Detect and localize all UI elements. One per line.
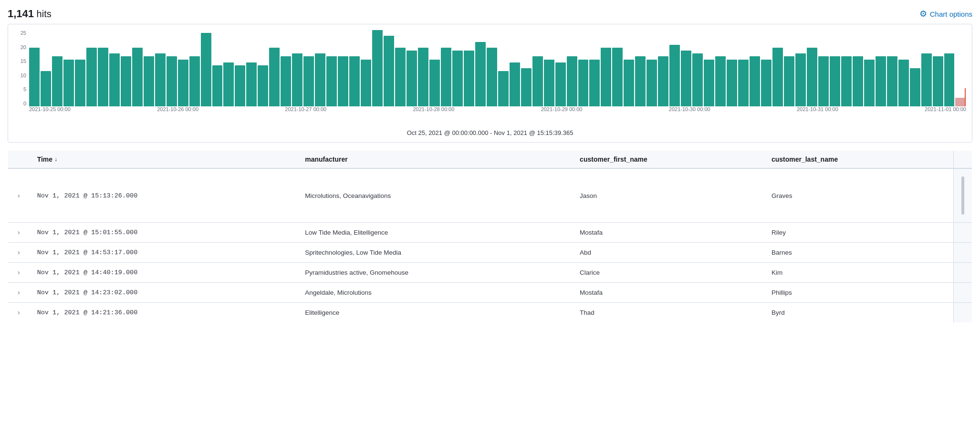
x-axis: 2021-10-25 00:00 2021-10-26 00:00 2021-1… bbox=[29, 106, 966, 112]
bar bbox=[29, 48, 40, 106]
bar bbox=[86, 48, 97, 106]
bar bbox=[715, 56, 726, 106]
table-body: ›Nov 1, 2021 @ 15:13:26.000Microlutions,… bbox=[8, 168, 972, 323]
expand-row-button[interactable]: › bbox=[16, 269, 22, 276]
bar bbox=[910, 68, 920, 106]
bar bbox=[201, 33, 211, 106]
cell-customer-first-name: Mostafa bbox=[572, 283, 764, 303]
bar bbox=[646, 60, 657, 106]
bar bbox=[235, 65, 245, 106]
expand-row-button[interactable]: › bbox=[16, 309, 22, 316]
bar bbox=[189, 56, 200, 106]
bar bbox=[75, 60, 85, 106]
bar bbox=[933, 56, 943, 106]
expand-row-button[interactable]: › bbox=[16, 289, 22, 296]
th-manufacturer: manufacturer bbox=[297, 151, 572, 169]
cell-customer-last-name: Byrd bbox=[764, 303, 954, 323]
cell-manufacturer: Low Tide Media, Elitelligence bbox=[297, 223, 572, 243]
bar bbox=[418, 48, 428, 106]
bar bbox=[830, 56, 840, 106]
bar bbox=[853, 56, 863, 106]
bar bbox=[692, 53, 703, 106]
bar bbox=[41, 71, 51, 106]
bar bbox=[612, 48, 623, 106]
cell-customer-last-name: Kim bbox=[764, 263, 954, 283]
cell-manufacturer: Elitelligence bbox=[297, 303, 572, 323]
bar bbox=[155, 53, 166, 106]
bar bbox=[841, 56, 852, 106]
bar bbox=[361, 60, 371, 106]
cell-time: Nov 1, 2021 @ 14:40:19.000 bbox=[30, 263, 298, 283]
cell-time: Nov 1, 2021 @ 15:13:26.000 bbox=[30, 168, 298, 223]
bar bbox=[772, 48, 783, 106]
cell-manufacturer: Microlutions, Oceanavigations bbox=[297, 168, 572, 223]
bar bbox=[498, 71, 509, 106]
bar bbox=[178, 60, 188, 106]
gear-icon: ⚙ bbox=[919, 9, 927, 19]
scrollbar-cell bbox=[954, 303, 972, 323]
main-container: 1,141 hits ⚙ Chart options 25 20 15 10 5… bbox=[0, 0, 980, 331]
chart-wrapper: 25 20 15 10 5 0 2021-10-25 00:00 2021-10… bbox=[14, 30, 966, 125]
bar bbox=[521, 68, 532, 106]
cell-customer-last-name: Barnes bbox=[764, 243, 954, 263]
bar bbox=[955, 98, 966, 106]
bar bbox=[898, 60, 909, 106]
bar bbox=[452, 51, 463, 106]
bar bbox=[807, 48, 817, 106]
bar bbox=[326, 56, 337, 106]
bar bbox=[944, 53, 955, 106]
scrollbar-thumb[interactable] bbox=[961, 176, 964, 215]
bar bbox=[624, 60, 634, 106]
bar bbox=[818, 56, 829, 106]
scrollbar-cell bbox=[954, 223, 972, 243]
bar bbox=[464, 51, 474, 106]
hits-number: 1,141 bbox=[8, 8, 34, 20]
bar bbox=[475, 42, 486, 106]
bar bbox=[349, 56, 360, 106]
bar bbox=[303, 56, 314, 106]
bar bbox=[121, 56, 131, 106]
hits-label: hits bbox=[34, 9, 52, 19]
bar bbox=[52, 56, 63, 106]
bar bbox=[144, 56, 154, 106]
cell-customer-first-name: Thad bbox=[572, 303, 764, 323]
bar bbox=[510, 62, 520, 106]
table-header-row: Time ↓ manufacturer customer_first_name … bbox=[8, 151, 972, 169]
table-row: ›Nov 1, 2021 @ 14:40:19.000Pyramidustrie… bbox=[8, 263, 972, 283]
bar bbox=[258, 65, 268, 106]
cell-manufacturer: Spritechnologies, Low Tide Media bbox=[297, 243, 572, 263]
bar bbox=[669, 45, 680, 106]
bar bbox=[246, 62, 257, 106]
bar bbox=[864, 60, 875, 106]
table-row: ›Nov 1, 2021 @ 14:21:36.000Elitelligence… bbox=[8, 303, 972, 323]
hits-count: 1,141 hits bbox=[8, 8, 52, 20]
data-table: Time ↓ manufacturer customer_first_name … bbox=[8, 150, 972, 323]
bar bbox=[761, 60, 771, 106]
bar bbox=[395, 48, 406, 106]
table-row: ›Nov 1, 2021 @ 15:01:55.000Low Tide Medi… bbox=[8, 223, 972, 243]
table-row: ›Nov 1, 2021 @ 14:53:17.000Spritechnolog… bbox=[8, 243, 972, 263]
bar bbox=[223, 62, 234, 106]
table-row: ›Nov 1, 2021 @ 15:13:26.000Microlutions,… bbox=[8, 168, 972, 223]
bar bbox=[738, 60, 749, 106]
cell-time: Nov 1, 2021 @ 14:53:17.000 bbox=[30, 243, 298, 263]
bar bbox=[544, 60, 554, 106]
expand-row-button[interactable]: › bbox=[16, 248, 22, 256]
cell-time: Nov 1, 2021 @ 14:21:36.000 bbox=[30, 303, 298, 323]
th-customer-first-name: customer_first_name bbox=[572, 151, 764, 169]
expand-row-button[interactable]: › bbox=[16, 192, 22, 199]
cell-customer-first-name: Abd bbox=[572, 243, 764, 263]
bar bbox=[876, 56, 886, 106]
expand-row-button[interactable]: › bbox=[16, 228, 22, 236]
y-axis: 25 20 15 10 5 0 bbox=[14, 30, 28, 106]
chart-options-button[interactable]: ⚙ Chart options bbox=[919, 9, 972, 19]
bar bbox=[292, 53, 302, 106]
th-scrollbar bbox=[954, 151, 972, 169]
bar bbox=[132, 48, 143, 106]
bar bbox=[167, 56, 177, 106]
bars-area bbox=[29, 30, 966, 106]
bar bbox=[109, 53, 120, 106]
chart-area: 25 20 15 10 5 0 2021-10-25 00:00 2021-10… bbox=[8, 24, 972, 143]
bar bbox=[750, 56, 760, 106]
bar bbox=[887, 56, 897, 106]
